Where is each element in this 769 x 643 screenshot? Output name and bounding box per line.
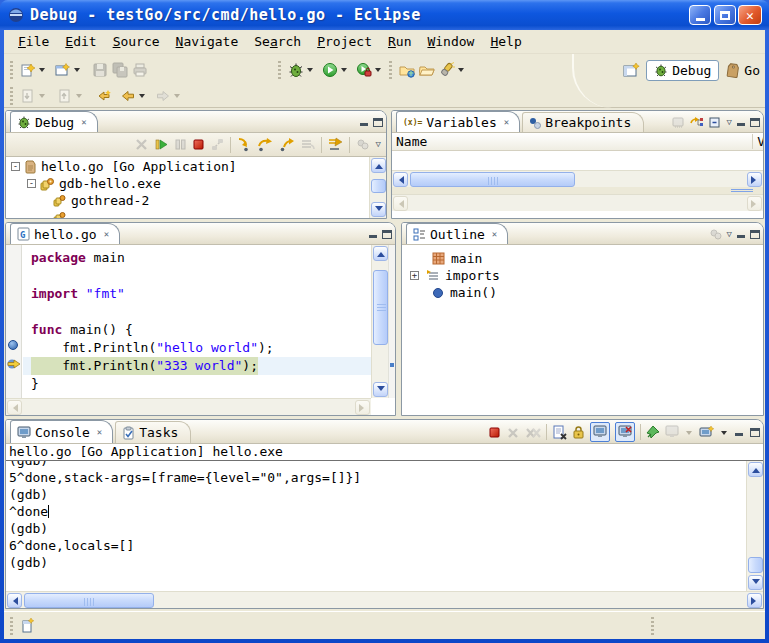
scroll-thumb[interactable]: [373, 270, 388, 345]
variables-detail-sash[interactable]: [392, 187, 763, 194]
search-button[interactable]: [437, 59, 457, 81]
debug-tree-vscrollbar[interactable]: [369, 157, 386, 218]
scroll-lock-icon[interactable]: [572, 425, 585, 439]
column-header-name[interactable]: Name: [396, 134, 427, 149]
debug-tree-row-partial[interactable]: [6, 209, 368, 218]
menu-edit[interactable]: Edit: [57, 32, 104, 51]
view-menu-icon[interactable]: ▽: [375, 140, 382, 149]
scroll-up-button[interactable]: [748, 462, 763, 477]
scroll-thumb[interactable]: [748, 557, 763, 573]
minimize-button[interactable]: [689, 5, 711, 25]
statusbar-grip[interactable]: [10, 617, 13, 635]
back-dropdown[interactable]: [139, 94, 145, 101]
step-over-icon[interactable]: [257, 137, 274, 152]
expand-expander[interactable]: +: [410, 271, 419, 280]
maximize-button[interactable]: [714, 5, 736, 25]
disconnect-icon[interactable]: [210, 137, 225, 152]
run-launch-dropdown[interactable]: [341, 68, 347, 75]
print-button[interactable]: [130, 59, 150, 81]
variables-hscrollbar[interactable]: [392, 170, 763, 187]
open-resource-button[interactable]: [417, 59, 437, 81]
scroll-down-button[interactable]: [371, 202, 386, 217]
collapse-all-icon[interactable]: [708, 116, 723, 129]
save-all-button[interactable]: [110, 59, 130, 81]
close-tab-icon[interactable]: ✕: [97, 427, 102, 437]
maximize-view-button[interactable]: [373, 118, 383, 127]
forward-dropdown[interactable]: [174, 94, 180, 101]
minimize-view-button[interactable]: [736, 229, 747, 239]
terminate-icon[interactable]: [192, 138, 205, 151]
maximize-view-button[interactable]: [750, 428, 760, 437]
last-edit-location-button[interactable]: [94, 85, 114, 107]
debug-tree-row-launch[interactable]: - hello.go [Go Application]: [6, 158, 368, 175]
close-tab-icon[interactable]: ✕: [492, 229, 497, 239]
back-button[interactable]: [118, 85, 138, 107]
external-tools-button[interactable]: [354, 59, 374, 81]
display-selected-console-icon[interactable]: [665, 425, 680, 439]
minimize-view-button[interactable]: [368, 229, 379, 239]
console-vscrollbar[interactable]: [746, 461, 763, 591]
menu-file[interactable]: File: [10, 32, 57, 51]
overview-annotation[interactable]: [390, 363, 394, 367]
previous-annotation-button[interactable]: [55, 85, 75, 107]
remove-launch-icon[interactable]: [506, 426, 520, 439]
new-window-dropdown[interactable]: [74, 68, 80, 75]
new-window-wizard-button[interactable]: [53, 59, 73, 81]
scroll-right-button[interactable]: [355, 400, 370, 415]
scroll-up-button[interactable]: [373, 246, 388, 261]
tab-tasks[interactable]: Tasks: [115, 421, 191, 443]
scroll-left-button[interactable]: [7, 593, 22, 608]
outline-item-imports[interactable]: + imports: [402, 267, 763, 284]
scroll-right-button[interactable]: [747, 172, 762, 187]
open-console-icon[interactable]: [699, 425, 715, 440]
scroll-down-button[interactable]: [748, 575, 763, 590]
editor-overview-ruler[interactable]: [388, 245, 395, 398]
debug-tree-row-process[interactable]: - gdb-hello.exe: [6, 175, 368, 192]
save-button[interactable]: [90, 59, 110, 81]
show-stderr-toggle[interactable]: [615, 422, 635, 442]
suspend-icon[interactable]: [174, 137, 187, 152]
scroll-thumb[interactable]: [410, 172, 575, 187]
toolbar-grip[interactable]: [10, 61, 13, 79]
resume-icon[interactable]: [154, 137, 169, 152]
minimize-view-button[interactable]: [736, 117, 747, 127]
outline-item-package[interactable]: main: [402, 250, 763, 267]
menu-project[interactable]: Project: [309, 32, 380, 51]
use-step-filters-icon[interactable]: [300, 137, 316, 152]
next-annotation-dropdown[interactable]: [39, 94, 45, 101]
perspective-tab-go[interactable]: Go: [723, 61, 763, 80]
close-tab-icon[interactable]: ✕: [504, 117, 509, 127]
run-launch-button[interactable]: [320, 59, 340, 81]
scroll-left-button[interactable]: [393, 196, 408, 211]
tab-debug[interactable]: Debug ✕: [10, 111, 98, 132]
toolbar-grip[interactable]: [389, 61, 392, 79]
new-wizard-button[interactable]: [18, 59, 38, 81]
editor-vscrollbar[interactable]: [371, 245, 388, 398]
editor-code-area[interactable]: package main import "fmt" func main() { …: [23, 249, 371, 393]
open-console-dropdown[interactable]: [721, 431, 727, 438]
terminate-icon[interactable]: [488, 426, 501, 439]
scroll-up-button[interactable]: [371, 158, 386, 173]
show-logical-structure-icon[interactable]: [689, 116, 705, 129]
debug-tree-row-thread[interactable]: gothread-2: [6, 192, 368, 209]
sash-grip[interactable]: [731, 189, 753, 192]
menu-help[interactable]: Help: [482, 32, 529, 51]
scroll-right-button[interactable]: [747, 196, 762, 211]
toolbar-grip[interactable]: [278, 61, 281, 79]
scroll-thumb[interactable]: [24, 593, 154, 608]
clear-console-icon[interactable]: [552, 425, 567, 440]
outline-item-main-func[interactable]: main(): [402, 284, 763, 301]
menu-window[interactable]: Window: [419, 32, 482, 51]
close-button[interactable]: ✕: [738, 5, 762, 25]
close-tab-icon[interactable]: ✕: [81, 117, 86, 127]
remove-terminated-icon[interactable]: [134, 137, 149, 152]
toolbar-grip[interactable]: [10, 87, 13, 105]
editor-hscrollbar[interactable]: [6, 398, 371, 415]
tab-hello-go[interactable]: G hello.go ✕: [10, 223, 120, 244]
tab-outline[interactable]: Outline ✕: [406, 223, 508, 244]
scroll-left-button[interactable]: [7, 400, 22, 415]
forward-button[interactable]: [153, 85, 173, 107]
scroll-right-button[interactable]: [747, 593, 762, 608]
external-tools-dropdown[interactable]: [375, 68, 381, 75]
scroll-down-button[interactable]: [373, 382, 388, 397]
